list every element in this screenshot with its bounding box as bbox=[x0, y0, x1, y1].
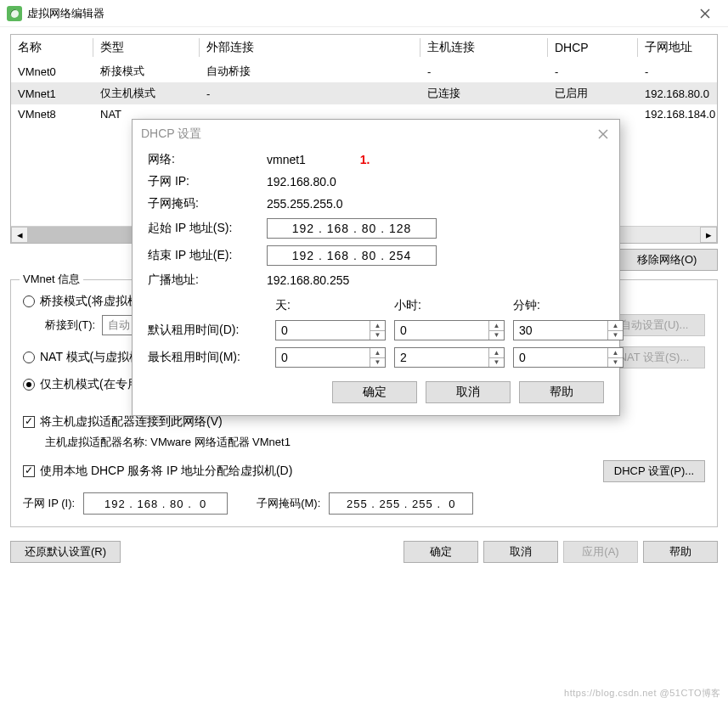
table-row[interactable]: VMnet0桥接模式 自动桥接- -- bbox=[11, 60, 717, 82]
table-row[interactable]: VMnet1仅主机模式 -已连接 已启用192.168.80.0 bbox=[11, 82, 717, 104]
subnet-ip-input[interactable] bbox=[83, 492, 228, 515]
default-minutes-stepper[interactable]: ▲▼ bbox=[513, 320, 624, 340]
cancel-button[interactable]: 取消 bbox=[483, 541, 558, 563]
apply-button[interactable]: 应用(A) bbox=[563, 541, 638, 563]
dhcp-mask-label: 子网掩码: bbox=[148, 196, 267, 211]
max-minutes-stepper[interactable]: ▲▼ bbox=[513, 347, 624, 368]
lease-minutes-header: 分钟: bbox=[513, 298, 624, 313]
spin-down-icon: ▼ bbox=[370, 331, 385, 340]
fieldset-legend: VMnet 信息 bbox=[20, 272, 83, 287]
close-icon[interactable] bbox=[686, 1, 725, 26]
bridged-radio[interactable] bbox=[23, 295, 35, 307]
subnet-mask-input[interactable] bbox=[329, 492, 473, 515]
annotation-1: 1. bbox=[360, 153, 370, 166]
nat-radio[interactable] bbox=[23, 352, 35, 363]
dhcp-startip-input[interactable] bbox=[267, 218, 437, 239]
adapter-name: 主机虚拟适配器名称: VMware 网络适配器 VMnet1 bbox=[45, 435, 705, 450]
col-dhcp[interactable]: DHCP bbox=[548, 35, 638, 60]
col-name[interactable]: 名称 bbox=[11, 35, 93, 60]
col-type[interactable]: 类型 bbox=[93, 35, 200, 60]
dhcp-settings-button[interactable]: DHCP 设置(P)... bbox=[603, 460, 705, 482]
dhcp-broadcast-value: 192.168.80.255 bbox=[267, 273, 604, 287]
col-subnet[interactable]: 子网地址 bbox=[638, 35, 717, 60]
dhcp-mask-value: 255.255.255.0 bbox=[267, 197, 604, 211]
col-host[interactable]: 主机连接 bbox=[420, 35, 548, 60]
dhcp-network-value: vmnet1 bbox=[267, 153, 306, 166]
connect-host-label: 将主机虚拟适配器连接到此网络(V) bbox=[40, 414, 223, 430]
ok-button[interactable]: 确定 bbox=[404, 541, 478, 563]
dhcp-startip-label: 起始 IP 地址(S): bbox=[148, 221, 267, 236]
remove-network-button[interactable]: 移除网络(O) bbox=[616, 249, 718, 271]
max-lease-label: 最长租用时间(M): bbox=[148, 350, 267, 365]
window-title: 虚拟网络编辑器 bbox=[27, 6, 104, 21]
restore-defaults-button[interactable]: 还原默认设置(R) bbox=[10, 541, 121, 563]
col-ext[interactable]: 外部连接 bbox=[200, 35, 420, 60]
dhcp-help-button[interactable]: 帮助 bbox=[519, 381, 604, 403]
dhcp-subnetip-label: 子网 IP: bbox=[148, 174, 267, 189]
app-icon bbox=[7, 6, 22, 21]
default-hours-stepper[interactable]: ▲▼ bbox=[394, 320, 505, 340]
dhcp-subnetip-value: 192.168.80.0 bbox=[267, 175, 604, 188]
help-button[interactable]: 帮助 bbox=[643, 541, 718, 563]
titlebar: 虚拟网络编辑器 bbox=[0, 0, 728, 27]
dhcp-close-icon[interactable] bbox=[594, 125, 612, 143]
lease-days-header: 天: bbox=[275, 298, 386, 313]
dhcp-endip-label: 结束 IP 地址(E): bbox=[148, 248, 267, 263]
scroll-left-icon[interactable]: ◂ bbox=[11, 227, 28, 243]
dhcp-network-label: 网络: bbox=[148, 152, 267, 167]
max-days-stepper[interactable]: ▲▼ bbox=[275, 347, 386, 368]
connect-host-checkbox[interactable] bbox=[23, 416, 35, 428]
spin-up-icon: ▲ bbox=[370, 321, 385, 331]
subnet-ip-label: 子网 IP (I): bbox=[23, 496, 75, 511]
dhcp-dialog: DHCP 设置 网络: vmnet1 1. 子网 IP: 192.168.80.… bbox=[132, 119, 620, 416]
hostonly-radio[interactable] bbox=[23, 379, 35, 391]
lease-hours-header: 小时: bbox=[394, 298, 505, 313]
watermark: https://blog.csdn.net @51CTO博客 bbox=[564, 687, 721, 700]
default-days-stepper[interactable]: ▲▼ bbox=[275, 320, 386, 340]
dhcp-broadcast-label: 广播地址: bbox=[148, 273, 267, 288]
dhcp-endip-input[interactable] bbox=[267, 245, 437, 266]
subnet-mask-label: 子网掩码(M): bbox=[257, 496, 320, 511]
bridged-to-label: 桥接到(T): bbox=[45, 318, 95, 333]
default-lease-label: 默认租用时间(D): bbox=[148, 323, 267, 338]
dhcp-cancel-button[interactable]: 取消 bbox=[426, 381, 511, 403]
max-hours-stepper[interactable]: ▲▼ bbox=[394, 347, 505, 368]
dhcp-ok-button[interactable]: 确定 bbox=[332, 381, 417, 403]
scroll-right-icon[interactable]: ▸ bbox=[700, 227, 717, 243]
dhcp-dialog-title: DHCP 设置 bbox=[141, 127, 201, 142]
use-dhcp-checkbox[interactable] bbox=[23, 465, 35, 477]
use-dhcp-label: 使用本地 DHCP 服务将 IP 地址分配给虚拟机(D) bbox=[40, 464, 292, 479]
